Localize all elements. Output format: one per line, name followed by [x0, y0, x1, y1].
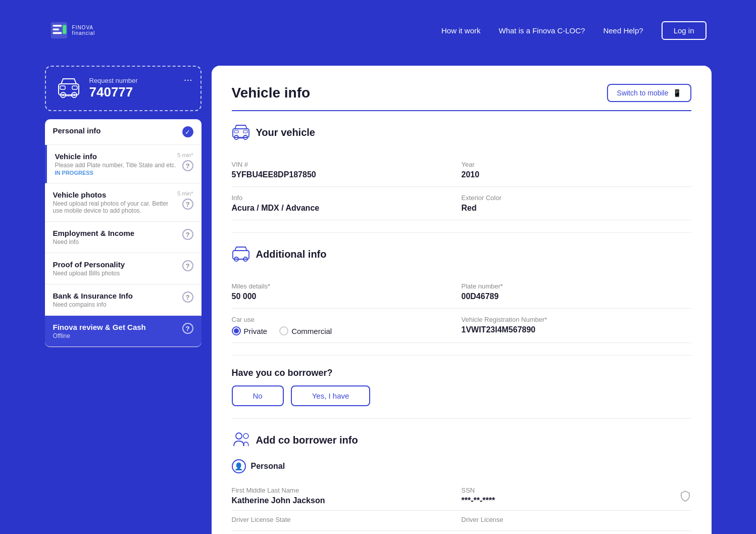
ssn-cell: SSN ***-**-****: [462, 481, 691, 511]
section-divider: [232, 232, 691, 233]
year-cell: Year 2010: [462, 154, 691, 187]
private-radio-circle: [232, 326, 241, 335]
add-borrower-section: Add co borrower info 👤 Personal First Mi…: [232, 431, 691, 531]
check-icon: ✓: [182, 126, 193, 137]
svg-rect-1: [53, 25, 62, 27]
miles-cell: Miles details* 50 000: [232, 275, 462, 309]
sidebar-item-sub: Please add Plate number, Title State and…: [55, 162, 178, 169]
request-info: Request number 740777: [89, 77, 190, 100]
ssn-value: ***-**-****: [462, 496, 495, 505]
switch-mobile-button[interactable]: Switch to mobile 📱: [607, 84, 691, 102]
your-vehicle-header: Your vehicle: [232, 123, 691, 141]
sidebar-item-title: Proof of Personality: [53, 260, 182, 269]
sidebar-item-proof[interactable]: Proof of Personality Need upload Bills p…: [45, 253, 201, 284]
question-icon: ?: [182, 160, 193, 171]
car-use-cell: Car use Private Commercial: [232, 309, 462, 343]
request-label: Request number: [89, 77, 190, 84]
no-button[interactable]: No: [232, 385, 284, 406]
car-use-row: Private Commercial: [232, 326, 462, 335]
question-icon: ?: [182, 229, 193, 240]
svg-rect-4: [63, 25, 66, 34]
section-divider-2: [232, 355, 691, 356]
sidebar-items: Personal info ✓ Vehicle info Please add …: [45, 119, 201, 347]
miles-value: 50 000: [232, 292, 462, 301]
question-icon: ?: [182, 292, 193, 303]
commercial-radio-circle: [279, 326, 288, 335]
sidebar-item-finova-review[interactable]: Finova review & Get Cash Offline ?: [45, 316, 201, 347]
sidebar-item-title: Employment & Income: [53, 229, 182, 237]
svg-rect-16: [238, 137, 243, 138]
sidebar-item-sub: Offline: [53, 332, 182, 339]
nav-what-is[interactable]: What is a Finova C-LOC?: [499, 26, 585, 35]
sidebar-item-vehicle-photos[interactable]: Vehicle photos Need upload real photos o…: [45, 183, 201, 222]
nav-need-help[interactable]: Need Help?: [603, 26, 643, 35]
svg-rect-3: [53, 32, 62, 34]
request-card: Request number 740777 ···: [45, 66, 201, 111]
info-cell: Info Acura / MDX / Advance: [232, 187, 462, 220]
section-divider-3: [232, 418, 691, 419]
name-cell: First Middle Last Name Katherine John Ja…: [232, 481, 462, 511]
svg-point-22: [236, 433, 242, 439]
svg-rect-9: [60, 86, 65, 89]
svg-point-12: [73, 94, 75, 96]
question-icon: ?: [182, 323, 193, 334]
page-title: Vehicle info: [232, 85, 311, 101]
sidebar-item-employment[interactable]: Employment & Income Need info ?: [45, 222, 201, 253]
sidebar-item-bank[interactable]: Bank & Insurance Info Need compains info…: [45, 284, 201, 316]
shield-icon: [679, 490, 691, 502]
panel-header: Vehicle info Switch to mobile 📱: [232, 84, 691, 102]
svg-rect-2: [53, 28, 59, 30]
svg-point-11: [62, 94, 64, 96]
personal-label-row: 👤 Personal: [232, 459, 691, 473]
nav-how-it-work[interactable]: How it work: [441, 26, 481, 35]
vehicle-section-icon: [232, 123, 250, 141]
vin-cell: VIN # 5YFBU4EE8DP187850: [232, 154, 462, 187]
sidebar-item-sub: Need info: [53, 238, 182, 246]
add-borrower-header: Add co borrower info: [232, 431, 691, 449]
person-icon: 👤: [232, 459, 246, 473]
info-value: Acura / MDX / Advance: [232, 204, 462, 213]
sidebar-item-title: Personal info: [53, 126, 182, 135]
add-borrower-title: Add co borrower info: [256, 434, 358, 446]
brand-text: FINOVA financial: [72, 25, 95, 36]
vrn-value: 1VWIT23I4M567890: [462, 325, 691, 334]
name-label: First Middle Last Name: [232, 487, 462, 494]
car-use-label: Car use: [232, 316, 462, 323]
name-value: Katherine John Jackson: [232, 496, 462, 505]
sidebar-item-title: Bank & Insurance Info: [53, 292, 182, 300]
private-radio[interactable]: Private: [232, 326, 268, 335]
header-divider: [232, 110, 691, 111]
logo: FINOVA financial: [50, 21, 95, 39]
logo-icon: [50, 21, 68, 39]
vin-label: VIN #: [232, 161, 462, 168]
year-label: Year: [462, 161, 691, 168]
ssn-label: SSN: [462, 487, 495, 494]
sidebar-item-personal-info[interactable]: Personal info ✓: [45, 119, 201, 145]
car-icon: [56, 76, 81, 101]
sidebar-item-badge: IN PROGRESS: [55, 170, 178, 176]
login-button[interactable]: Log in: [662, 21, 707, 40]
app-frame: FINOVA financial How it work What is a F…: [30, 10, 727, 534]
vehicle-info-grid: VIN # 5YFBU4EE8DP187850 Year 2010 Info A…: [232, 154, 691, 220]
borrower-buttons: No Yes, I have: [232, 385, 691, 406]
additional-info-header: Additional info: [232, 245, 691, 263]
sidebar-item-title: Vehicle photos: [53, 190, 178, 199]
vrn-label: Vehicle Registration Number*: [462, 316, 691, 323]
main-panel: Vehicle info Switch to mobile 📱: [212, 66, 712, 534]
vin-value: 5YFBU4EE8DP187850: [232, 170, 462, 179]
sidebar-item-title: Vehicle info: [55, 152, 178, 161]
commercial-radio[interactable]: Commercial: [279, 326, 332, 335]
question-icon: ?: [182, 199, 193, 210]
plate-value: 00D46789: [462, 292, 691, 301]
miles-label: Miles details*: [232, 282, 462, 290]
request-number: 740777: [89, 84, 190, 100]
dl-label: Driver License: [462, 516, 691, 523]
personal-grid: First Middle Last Name Katherine John Ja…: [232, 481, 691, 531]
sidebar-item-vehicle-info[interactable]: Vehicle info Please add Plate number, Ti…: [45, 145, 201, 183]
mobile-icon: 📱: [673, 89, 681, 97]
svg-rect-17: [234, 130, 238, 133]
request-dots-menu[interactable]: ···: [184, 74, 192, 85]
sidebar-item-title: Finova review & Get Cash: [53, 323, 182, 331]
additional-vehicle-icon: [232, 245, 250, 263]
yes-button[interactable]: Yes, I have: [291, 385, 371, 406]
